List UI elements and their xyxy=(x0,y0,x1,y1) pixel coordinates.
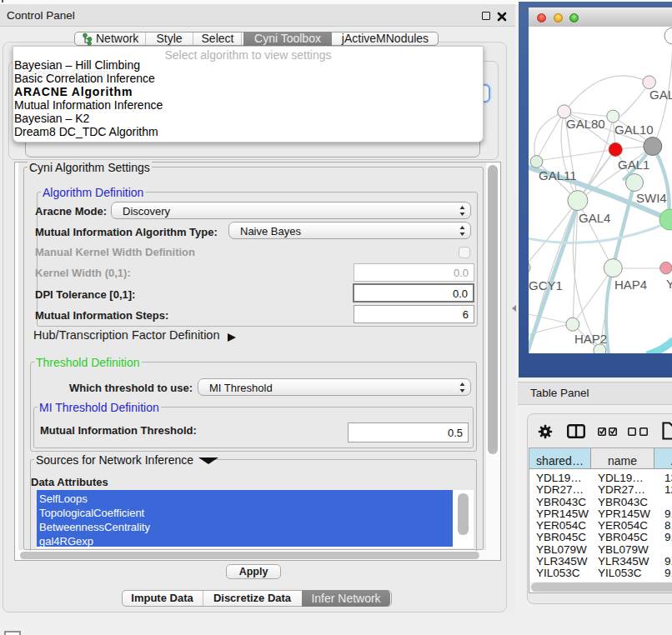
svg-text:HAP4: HAP4 xyxy=(614,278,647,292)
svg-text:GAL80: GAL80 xyxy=(566,117,605,131)
svg-text:GAL11: GAL11 xyxy=(539,168,577,182)
svg-text:GAL1: GAL1 xyxy=(618,158,649,172)
svg-text:GAL4: GAL4 xyxy=(579,211,610,225)
svg-text:HAP2: HAP2 xyxy=(574,332,607,346)
svg-text:GCY1: GCY1 xyxy=(529,278,563,292)
svg-text:SWI4: SWI4 xyxy=(636,191,667,205)
svg-text:GAL: GAL xyxy=(649,88,672,102)
svg-text:Y: Y xyxy=(666,277,672,291)
svg-text:GAL10: GAL10 xyxy=(614,122,654,137)
